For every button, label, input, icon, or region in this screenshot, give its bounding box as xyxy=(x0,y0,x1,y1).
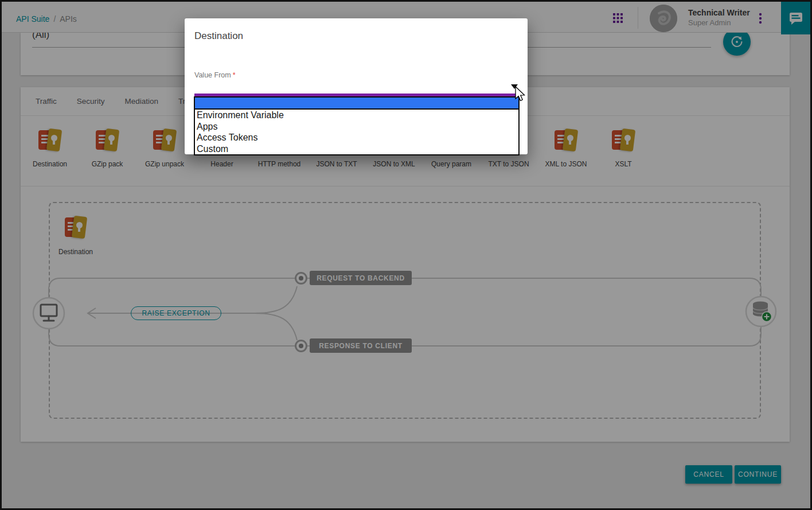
value-from-select[interactable] xyxy=(194,83,520,94)
dropdown-arrow-icon[interactable] xyxy=(511,84,518,89)
value-from-label: Value From* xyxy=(194,71,236,79)
dropdown-option[interactable]: Access Tokens xyxy=(195,132,518,143)
dropdown-option-blank[interactable] xyxy=(195,98,518,110)
dropdown-options: Environment VariableAppsAccess TokensCus… xyxy=(195,110,518,154)
value-from-label-text: Value From xyxy=(194,71,231,79)
dropdown-option[interactable]: Apps xyxy=(195,121,518,133)
dropdown-option[interactable]: Environment Variable xyxy=(195,110,518,121)
dropdown-option[interactable]: Custom xyxy=(195,143,518,155)
modal-title: Destination xyxy=(194,30,243,42)
destination-modal: Destination Value From* Environment Vari… xyxy=(185,18,528,154)
required-asterisk: * xyxy=(233,71,236,79)
value-from-dropdown-list: Environment VariableAppsAccess TokensCus… xyxy=(194,96,520,155)
